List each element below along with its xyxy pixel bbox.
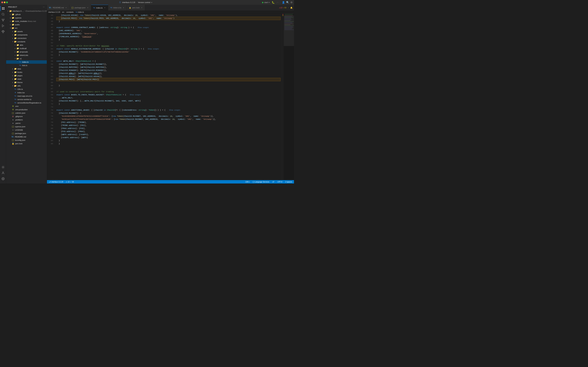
account-icon[interactable]: 👤 xyxy=(282,1,285,4)
tree-label-nodemodules: node_modules xyxy=(15,20,27,22)
settings-icon[interactable]: ⚙ xyxy=(290,1,293,4)
tree-item-swreg[interactable]: ▸ TS serviceWorkerRegistration.ts xyxy=(6,101,47,104)
tab-close-token-d-ts[interactable]: × xyxy=(122,7,125,9)
close-button[interactable] xyxy=(1,1,3,3)
tab-close-readme[interactable]: × xyxy=(65,7,67,9)
tree-item-hooks[interactable]: ▸ 📁 hooks xyxy=(6,70,47,74)
tab-readme[interactable]: M↓ README.md × xyxy=(47,5,69,11)
status-position-text: 130:1 xyxy=(245,181,250,183)
tree-item-i18n[interactable]: ▸ TS i18n.ts xyxy=(6,87,47,91)
tab-yarn-lock[interactable]: 🔒 yarn.lock × xyxy=(127,5,145,11)
tree-item-serviceworker[interactable]: ▸ TS service-worker.ts xyxy=(6,98,47,101)
version-control[interactable]: Version control xyxy=(138,1,150,3)
code-line-76: '0xA948E86B5E12Fb09AfEF8C52142EBDbDf73cD… xyxy=(56,115,280,118)
tree-item-constants[interactable]: ▾ 📂 constants xyxy=(6,40,47,43)
activity-run[interactable] xyxy=(0,23,6,29)
activity-search[interactable] xyxy=(0,12,6,17)
tree-item-public[interactable]: ▸ 📁 public xyxy=(6,23,47,26)
tree-item-root[interactable]: ▾ 📂 interface-3.2.20 ~/Downloads/interfa… xyxy=(6,9,47,13)
tree-item-v1[interactable]: ▾ 📂 v1 xyxy=(6,57,47,60)
tree-item-readme-md[interactable]: ▸ M↓ README.md xyxy=(6,135,47,138)
tree-item-cypress-json[interactable]: ▸ { } cypress.json xyxy=(6,125,47,128)
breadcrumb-src[interactable]: src xyxy=(62,11,64,13)
tree-label-envprod: .env.production xyxy=(15,108,27,111)
tab-index-ts[interactable]: TS index.ts × xyxy=(91,5,108,11)
minimize-button[interactable] xyxy=(4,1,5,3)
tree-item-prettierrc[interactable]: ▸ ● .prettierrc xyxy=(6,118,47,121)
tree-item-src[interactable]: ▾ 📂 src xyxy=(6,26,47,30)
tree-item-index-ts[interactable]: ▸ TS index.ts xyxy=(6,60,47,64)
tree-label-src: src xyxy=(15,27,17,29)
tree-item-package-json[interactable]: ▸ { } package.json xyxy=(6,132,47,135)
tree-item-connectors[interactable]: ▸ 📁 connectors xyxy=(6,36,47,40)
breadcrumb-constants[interactable]: constants xyxy=(66,11,74,13)
more-icon[interactable]: ⋯ xyxy=(277,1,278,4)
breadcrumb-file[interactable]: TS index.ts xyxy=(76,11,84,13)
tab-close-package[interactable]: × xyxy=(86,7,89,9)
json-icon-eslint: { } xyxy=(12,112,14,114)
tree-item-eslint[interactable]: ▸ { } .eslintrc.json xyxy=(6,111,47,115)
tree-arrow-src: ▾ xyxy=(9,27,12,29)
tree-item-lists-ts[interactable]: ▸ TS lists.ts xyxy=(6,64,47,67)
folder-icon-pages: 📁 xyxy=(14,74,17,77)
sidebar-menu-icon[interactable]: ⋯ xyxy=(43,6,45,8)
dot-icon-yarnrc: ● xyxy=(12,122,14,125)
tab-close-index-ts[interactable]: × xyxy=(104,7,106,9)
status-encoding[interactable]: LF xyxy=(272,180,275,184)
tab-token-d-ts[interactable]: TS token.d.ts × xyxy=(108,5,127,11)
tree-item-license[interactable]: ▸ ≡ LICENSE xyxy=(6,128,47,132)
tree-item-cypress[interactable]: ▸ 📁 cypress xyxy=(6,16,47,19)
activity-remote[interactable] xyxy=(0,165,6,170)
tree-item-tsconfig[interactable]: ▸ { } tsconfig.json xyxy=(6,138,47,142)
tree-item-index-tsx[interactable]: ▸ ⚛ index.tsx xyxy=(6,91,47,94)
tree-secondary-nodemodules: library root xyxy=(28,20,36,22)
svg-rect-17 xyxy=(285,15,293,15)
maximize-button[interactable] xyxy=(6,1,8,3)
tree-item-github[interactable]: ▸ 📁 .github xyxy=(6,13,47,16)
debug-icon[interactable]: 🐛 xyxy=(272,1,275,4)
tree-item-yarnrc[interactable]: ▸ ● .yarnrc xyxy=(6,121,47,125)
breadcrumb-root[interactable]: interface-3.2.20 xyxy=(48,11,60,13)
tree-item-multicall[interactable]: ▸ 📁 multicall xyxy=(6,47,47,50)
activity-explorer[interactable] xyxy=(0,6,6,11)
status-charset[interactable]: UTF-8 xyxy=(277,180,283,184)
tab-more-icon[interactable]: ⋯ xyxy=(288,7,290,9)
code-editor[interactable]: [ChainId.KOVAN]: new Token(ChainId.KOVAN… xyxy=(55,14,282,180)
tree-item-envprod[interactable]: ▸ ⚙ .env.production xyxy=(6,108,47,111)
code-line-65 xyxy=(56,81,280,84)
code-line-59: [ChainId.MAINNET]: [WETH[ChainId.MAINNET… xyxy=(56,63,280,66)
code-line-78: [FEI.address]: [TRIBE], xyxy=(56,121,280,124)
status-errors[interactable]: ⚠ 13 ✓ 33 xyxy=(65,180,74,184)
tab-close-yarn-lock[interactable]: × xyxy=(140,7,143,9)
tree-item-gitignore[interactable]: ▸ ⊘ .gitignore xyxy=(6,115,47,118)
tree-item-pages[interactable]: ▸ 📁 pages xyxy=(6,74,47,77)
tree-item-utils[interactable]: ▾ 📂 utils xyxy=(6,84,47,87)
status-indentation[interactable]: 2 spaces xyxy=(285,180,293,184)
tree-item-theme[interactable]: ▸ 📁 theme xyxy=(6,81,47,84)
code-line-84: } xyxy=(56,139,280,142)
tab-package[interactable]: { } package.json × xyxy=(69,5,91,11)
status-language-service[interactable]: { } Language Services xyxy=(252,180,270,184)
status-branch[interactable]: ⎇ interface-3.2.20 xyxy=(48,180,64,184)
activity-extensions[interactable] xyxy=(0,29,6,34)
tree-label-env: .env xyxy=(15,105,18,107)
tree-item-reactappenv[interactable]: ▸ TS react-app-env.d.ts xyxy=(6,94,47,98)
tab-bell-icon[interactable]: 🔔 xyxy=(290,7,293,9)
tree-item-nodemodules[interactable]: ▸ 📁 node_modules library root xyxy=(6,19,47,23)
status-position[interactable]: 130:1 xyxy=(245,180,250,184)
tree-item-assets[interactable]: ▸ 📁 assets xyxy=(6,30,47,33)
tree-item-abis[interactable]: ▸ 📁 abis xyxy=(6,43,47,47)
overview-ruler[interactable] xyxy=(282,14,284,180)
tree-item-env[interactable]: ▸ ⚙ .env xyxy=(6,104,47,108)
tree-item-proposals[interactable]: ▸ 📁 proposals xyxy=(6,50,47,53)
tree-item-components[interactable]: ▸ 📁 components xyxy=(6,33,47,36)
tree-item-state[interactable]: ▸ 📁 state xyxy=(6,77,47,81)
tree-item-tokenlists[interactable]: ▸ 📁 tokenLists xyxy=(6,53,47,57)
tree-item-data[interactable]: ▸ 📁 data xyxy=(6,67,47,70)
activity-git[interactable] xyxy=(0,17,6,23)
search-icon[interactable]: 🔍 xyxy=(286,1,289,4)
activity-accounts[interactable] xyxy=(0,170,6,176)
run-button[interactable]: ▶ start ▾ xyxy=(262,1,270,4)
tree-item-yarn-lock[interactable]: ▸ 🔒 yarn.lock xyxy=(6,142,47,145)
activity-settings[interactable] xyxy=(0,176,6,182)
